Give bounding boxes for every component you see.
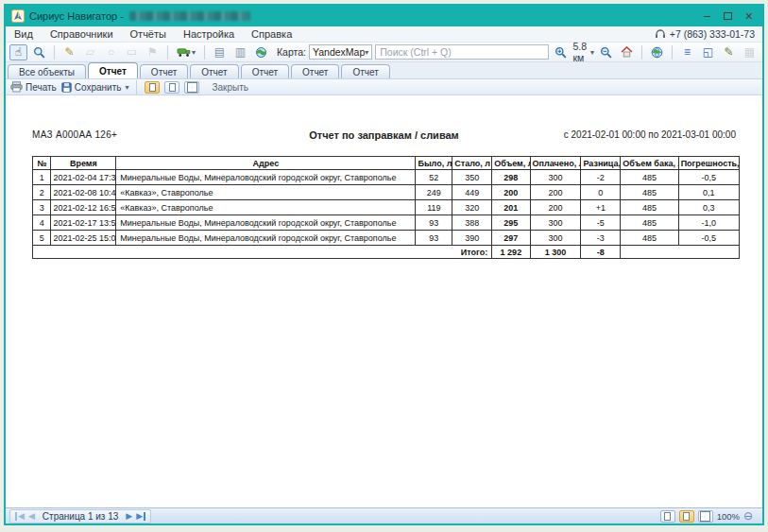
status-bar: ◀ ◀ Страница 1 из 13 ▶ ▶ 100% ⊖ (6, 507, 762, 523)
support-phone-number: +7 (863) 333-01-73 (670, 28, 755, 40)
map-select[interactable]: YandexMap ▾ (309, 44, 372, 60)
tab-strip: Все объекты Отчет Отчет Отчет Отчет Отче… (6, 62, 762, 79)
save-dropdown-icon[interactable]: ▾ (125, 83, 128, 92)
app-icon (11, 9, 25, 23)
minimize-button[interactable]: – (704, 10, 710, 22)
table-cell: 0,3 (678, 200, 739, 215)
table-cell: -5 (581, 215, 621, 231)
circle-tool-button[interactable]: ○ (102, 44, 120, 60)
maximize-button[interactable] (724, 12, 732, 20)
tab-report-5[interactable]: Отчет (291, 64, 339, 78)
rectangle-tool-button[interactable]: ▭ (123, 44, 141, 60)
table-cell: «Кавказ», Ставрополье (116, 200, 416, 215)
zoom-in-button[interactable] (552, 44, 570, 60)
table-row[interactable]: 42021-02-17 13:53Минеральные Воды, Минер… (33, 215, 740, 231)
multi-page-icon (701, 512, 709, 521)
polygon-tool-button[interactable]: ▱ (81, 44, 99, 60)
search-input[interactable] (375, 44, 549, 60)
table-row[interactable]: 52021-02-25 15:01Минеральные Воды, Минер… (33, 231, 740, 246)
window-title: Сириус Навигатор - (29, 10, 124, 22)
refresh-map-button[interactable] (252, 44, 270, 60)
home-button[interactable] (618, 44, 636, 60)
tab-report-3[interactable]: Отчет (190, 64, 238, 78)
menu-reports[interactable]: Отчёты (122, 28, 175, 40)
pan-tool-button[interactable]: ☝ (9, 44, 27, 60)
table-cell: 300 (530, 215, 581, 231)
print-button[interactable]: Печать (10, 81, 57, 93)
world-map-button[interactable] (648, 44, 666, 60)
screenshot-button[interactable]: ▦ (741, 44, 759, 60)
zoom-out-button[interactable] (597, 44, 615, 60)
flag-tool-button[interactable]: ⚑ (144, 44, 162, 60)
object-list-button[interactable]: ≡ (678, 44, 696, 60)
menu-view[interactable]: Вид (6, 28, 42, 40)
tab-label: Отчет (252, 67, 278, 77)
tab-all-objects[interactable]: Все объекты (8, 64, 86, 78)
table-cell: -0,5 (678, 170, 739, 185)
zoom-out-preview-button[interactable]: ⊖ (743, 510, 753, 522)
table-cell: 388 (452, 215, 492, 231)
table-cell: 320 (452, 200, 492, 215)
page-width-icon (683, 512, 690, 521)
totals-label: Итого: (33, 246, 492, 259)
tab-report-4[interactable]: Отчет (241, 64, 289, 78)
zoom-level-value: 100% (717, 511, 740, 522)
table-cell: 200 (530, 185, 581, 200)
tab-label: Отчет (201, 67, 227, 77)
search-map-button[interactable] (30, 44, 48, 60)
save-button[interactable]: Сохранить ▾ (61, 82, 129, 93)
single-page-icon (664, 512, 671, 521)
prev-page-button[interactable]: ◀ (28, 512, 35, 521)
table-row[interactable]: 12021-02-04 17:39Минеральные Воды, Минер… (33, 170, 740, 185)
globe-icon (651, 46, 663, 59)
menu-settings[interactable]: Настройка (175, 28, 243, 40)
title-bar: Сириус Навигатор - – × (6, 6, 762, 26)
notes-button[interactable]: ✎ (720, 44, 738, 60)
table-cell: 2021-02-04 17:39 (51, 170, 116, 185)
table-cell: 2021-02-17 13:53 (51, 215, 116, 231)
table-cell: 200 (492, 185, 530, 200)
close-button[interactable]: × (745, 10, 753, 22)
col-difference: Разница, л (581, 157, 621, 170)
report-table: № Время Адрес Было, л Стало, л Объем, л … (32, 156, 740, 259)
table-cell: 350 (452, 170, 492, 185)
tab-report-2[interactable]: Отчет (140, 64, 188, 78)
close-report-button[interactable]: Закрыть (212, 82, 248, 93)
track-panel-button[interactable]: ▤ (211, 44, 229, 60)
zoom-multi-page-button[interactable] (698, 510, 713, 523)
menu-help[interactable]: Справка (243, 28, 300, 40)
table-cell: 300 (530, 170, 581, 185)
first-page-button[interactable]: ◀ (15, 512, 25, 521)
vehicle-button[interactable]: ▾ (174, 44, 198, 60)
tab-report-6[interactable]: Отчет (341, 64, 389, 78)
col-error-pct: Погрешность, % (678, 157, 739, 170)
view-single-page-button[interactable] (145, 81, 160, 94)
table-cell: 390 (452, 231, 492, 246)
ruler-button[interactable]: ▥ (231, 44, 249, 60)
globe-arrows-icon (255, 46, 267, 59)
tab-report-active[interactable]: Отчет (88, 62, 138, 78)
fit-selection-button[interactable]: ◱ (699, 44, 717, 60)
table-cell: 300 (530, 231, 581, 246)
next-page-button[interactable]: ▶ (126, 512, 132, 521)
menu-directories[interactable]: Справочники (42, 28, 122, 40)
col-paid: Оплачено, л (530, 157, 581, 170)
scale-dropdown-icon[interactable]: ▾ (590, 48, 594, 57)
report-toolbar: Печать Сохранить ▾ Закрыть (6, 79, 762, 95)
table-row[interactable]: 32021-02-12 16:57«Кавказ», Ставрополье11… (33, 200, 740, 215)
view-page-width-button[interactable] (164, 81, 179, 94)
zoom-page-width-button[interactable] (679, 510, 694, 523)
printer-icon (10, 81, 23, 93)
report-period: с 2021-02-01 00:00 по 2021-03-01 00:00 (564, 129, 736, 140)
table-cell: 1 (33, 170, 51, 185)
col-was: Было, л (416, 157, 452, 170)
col-address: Адрес (116, 157, 416, 170)
last-page-button[interactable]: ▶ (136, 512, 145, 521)
save-icon (61, 82, 72, 93)
zoom-single-page-button[interactable] (660, 510, 675, 523)
view-multi-page-button[interactable] (184, 81, 199, 94)
map-scale-value[interactable]: 5.8 км (572, 41, 587, 63)
table-row[interactable]: 22021-02-08 10:48«Кавказ», Ставрополье24… (33, 185, 740, 200)
edit-map-button[interactable]: ✎ (60, 44, 78, 60)
table-cell: 0 (581, 185, 621, 200)
